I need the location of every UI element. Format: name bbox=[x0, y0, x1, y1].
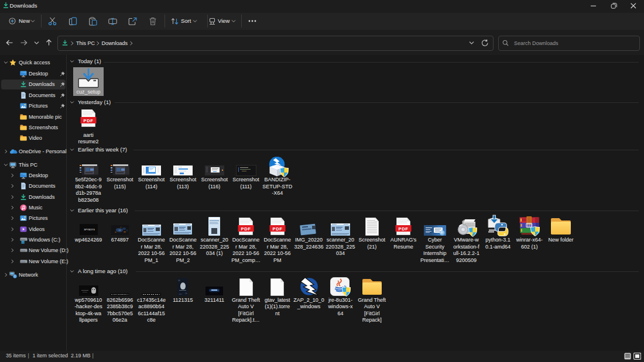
svg-text:PDF: PDF bbox=[272, 226, 282, 232]
svg-text:PDF: PDF bbox=[241, 226, 251, 232]
svg-text:PDF: PDF bbox=[84, 118, 94, 123]
svg-text:PDF: PDF bbox=[399, 226, 409, 232]
